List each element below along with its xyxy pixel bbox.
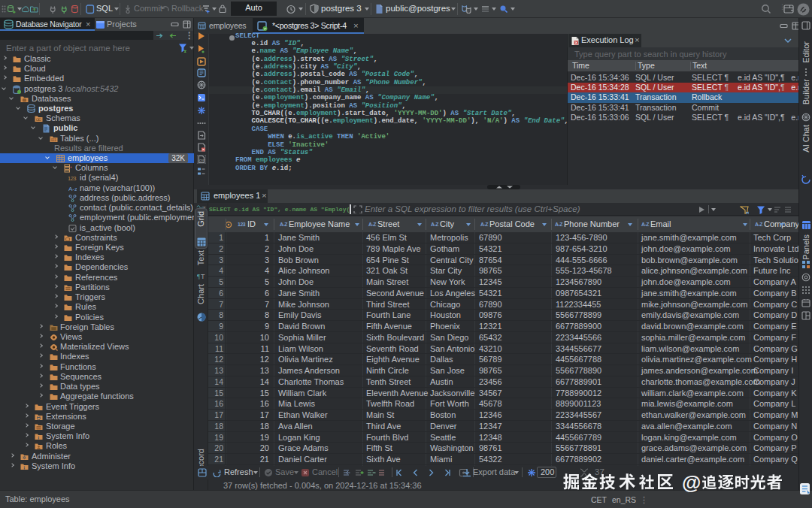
svg-text:123: 123 bbox=[68, 175, 76, 182]
svg-text:A-z: A-z bbox=[68, 186, 77, 192]
svg-text:T: T bbox=[201, 273, 205, 280]
svg-text:csv: csv bbox=[199, 158, 205, 162]
svg-text:¶: ¶ bbox=[197, 273, 200, 280]
